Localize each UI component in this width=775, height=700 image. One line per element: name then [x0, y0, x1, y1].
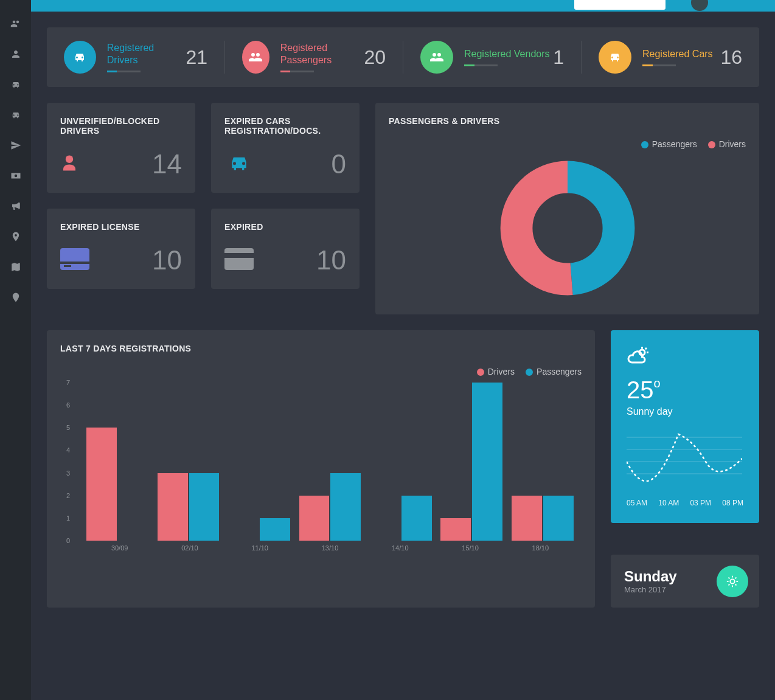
stat-value: 1 — [553, 46, 564, 69]
svg-line-22 — [735, 584, 737, 585]
users-icon — [420, 41, 453, 74]
stat-passengers[interactable]: Registered Passengers 20 — [224, 41, 403, 74]
svg-line-11 — [645, 348, 647, 349]
stat-label: Registered Vendors — [464, 48, 550, 60]
weather-times: 05 AM10 AM03 PM08 PM — [627, 499, 743, 507]
stat-value: 16 — [720, 46, 742, 69]
car-icon — [224, 151, 249, 178]
card-title: EXPIRED — [224, 222, 346, 232]
stat-label: Registered Drivers — [107, 42, 186, 65]
sun-button[interactable] — [717, 566, 748, 597]
svg-point-16 — [730, 579, 734, 583]
legend-passengers: Passengers — [526, 367, 582, 376]
nav-taxi-icon[interactable] — [0, 100, 31, 130]
card-expired-cars[interactable]: EXPIRED CARS REGISTRATION/DOCS. 0 — [211, 103, 360, 193]
user-icon — [60, 151, 85, 177]
weather-card: 25o Sunny day 05 AM10 AM03 PM08 PM — [611, 330, 759, 523]
search-input[interactable] — [574, 0, 666, 10]
card-value: 10 — [152, 245, 182, 275]
nav-users-icon[interactable] — [0, 9, 31, 39]
svg-line-23 — [728, 584, 729, 585]
nav-car-icon[interactable] — [0, 69, 31, 100]
svg-rect-3 — [64, 265, 71, 267]
card-expired[interactable]: EXPIRED 10 — [211, 209, 360, 289]
credit-card-icon — [224, 248, 249, 272]
stat-cars[interactable]: Registered Cars 16 — [581, 41, 759, 74]
car-icon — [64, 41, 96, 74]
stat-vendors[interactable]: Registered Vendors 1 — [403, 41, 581, 74]
weather-icon — [627, 346, 743, 370]
svg-rect-4 — [224, 248, 254, 270]
card-expired-license[interactable]: EXPIRED LICENSE 10 — [47, 209, 195, 289]
card-bar-chart: LAST 7 DAYS REGISTRATIONS Drivers Passen… — [47, 330, 595, 608]
credit-card-icon — [60, 248, 85, 272]
svg-point-0 — [66, 156, 74, 164]
svg-line-24 — [735, 577, 737, 578]
legend-drivers: Drivers — [477, 367, 515, 376]
svg-rect-2 — [60, 262, 89, 264]
card-donut: PASSENGERS & DRIVERS Passengers Drivers — [375, 103, 759, 314]
car-icon — [599, 41, 631, 74]
weather-sparkline — [627, 428, 742, 489]
card-value: 10 — [316, 245, 346, 275]
nav-money-icon[interactable] — [0, 161, 31, 191]
nav-map-icon[interactable] — [0, 252, 31, 282]
svg-rect-5 — [224, 253, 254, 258]
sidebar — [0, 0, 31, 700]
card-title: EXPIRED LICENSE — [60, 222, 182, 232]
card-unverified-drivers[interactable]: UNVERIFIED/BLOCKED DRIVERS 14 — [47, 103, 195, 193]
nav-group-icon[interactable] — [0, 39, 31, 69]
stat-label: Registered Cars — [642, 48, 713, 60]
legend-passengers: Passengers — [641, 139, 697, 149]
weather-day-card: Sunday March 2017 — [611, 555, 759, 608]
stat-drivers[interactable]: Registered Drivers 21 — [47, 41, 224, 74]
card-title: UNVERIFIED/BLOCKED DRIVERS — [60, 116, 182, 136]
nav-bullhorn-icon[interactable] — [0, 191, 31, 221]
stat-value: 20 — [364, 46, 386, 69]
stat-value: 21 — [186, 46, 207, 69]
legend-drivers: Drivers — [708, 139, 746, 149]
card-title: PASSENGERS & DRIVERS — [389, 116, 746, 126]
card-value: 14 — [152, 149, 182, 179]
users-icon — [242, 41, 269, 74]
weather-temp: 25o — [627, 376, 743, 404]
bar-chart: 76543210 30/0902/1011/1013/1014/1015/101… — [60, 383, 582, 571]
card-title: EXPIRED CARS REGISTRATION/DOCS. — [224, 116, 346, 136]
nav-pin-icon[interactable] — [0, 221, 31, 252]
stats-bar: Registered Drivers 21 Registered Passeng… — [47, 27, 759, 87]
avatar[interactable] — [691, 0, 708, 11]
topbar — [0, 0, 775, 12]
weather-desc: Sunny day — [627, 406, 743, 417]
stat-label: Registered Passengers — [280, 42, 364, 65]
card-value: 0 — [332, 149, 346, 179]
bar-legend: Drivers Passengers — [60, 367, 582, 376]
card-title: LAST 7 DAYS REGISTRATIONS — [60, 344, 582, 353]
main: Registered Drivers 21 Registered Passeng… — [31, 12, 775, 639]
nav-pin2-icon[interactable] — [0, 282, 31, 313]
donut-chart — [495, 155, 641, 301]
donut-legend: Passengers Drivers — [389, 139, 746, 149]
svg-line-21 — [728, 577, 729, 578]
nav-send-icon[interactable] — [0, 130, 31, 161]
